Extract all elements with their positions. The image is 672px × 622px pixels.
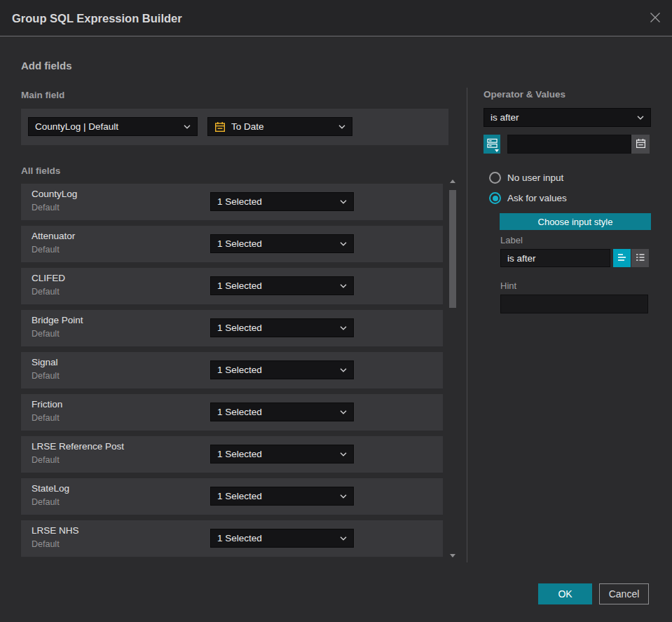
unique-values-button[interactable]: [484, 135, 500, 154]
align-left-style-toggle[interactable]: [613, 249, 631, 267]
field-type: Default: [32, 497, 60, 507]
field-name: LRSE NHS: [32, 525, 79, 536]
main-field-panel: CountyLog | Default To Date: [21, 109, 448, 145]
field-selection-dropdown[interactable]: 1 Selected: [210, 276, 354, 295]
cancel-button[interactable]: Cancel: [599, 583, 649, 604]
field-type-select-value: To Date: [231, 121, 334, 132]
calendar-icon: [214, 121, 226, 133]
value-input[interactable]: [507, 135, 631, 154]
label-field-label: Label: [500, 235, 523, 245]
chevron-down-icon: [340, 452, 347, 457]
chevron-down-icon: [637, 116, 644, 120]
main-field-label: Main field: [21, 90, 64, 100]
scroll-up-icon[interactable]: [450, 180, 455, 183]
list-style-toggle[interactable]: [631, 249, 649, 267]
unique-values-icon: [487, 138, 498, 151]
field-name: StateLog: [32, 483, 69, 494]
chevron-down-icon: [338, 125, 345, 129]
field-row: LRSE NHS Default 1 Selected: [21, 520, 443, 557]
field-type: Default: [32, 413, 60, 423]
chevron-down-icon: [184, 125, 191, 129]
field-selection-dropdown[interactable]: 1 Selected: [210, 318, 354, 337]
field-selection-value: 1 Selected: [217, 449, 336, 459]
choose-input-style-button[interactable]: Choose input style: [500, 213, 651, 230]
radio-ask-for-values[interactable]: Ask for values: [489, 192, 567, 204]
field-selection-dropdown[interactable]: 1 Selected: [210, 360, 354, 379]
field-name: Bridge Point: [32, 315, 83, 325]
chevron-down-icon: [340, 368, 347, 372]
operator-select-value: is after: [491, 112, 633, 123]
group-sql-expression-builder-dialog: Group SQL Expression Builder Add fields …: [0, 0, 672, 622]
field-type: Default: [32, 455, 60, 465]
field-type: Default: [32, 245, 60, 255]
field-type: Default: [32, 539, 60, 549]
fields-list: CountyLog Default 1 Selected Attenuator …: [21, 184, 443, 562]
field-type: Default: [32, 287, 60, 297]
radio-selected-icon: [489, 192, 501, 204]
field-type-select[interactable]: To Date: [207, 117, 352, 136]
field-selection-dropdown[interactable]: 1 Selected: [210, 529, 354, 548]
chevron-down-icon: [340, 284, 347, 288]
chevron-down-icon: [340, 536, 347, 541]
field-type: Default: [32, 203, 60, 212]
chevron-down-icon: [340, 410, 347, 414]
field-selection-value: 1 Selected: [217, 238, 336, 249]
radio-label: No user input: [507, 173, 563, 183]
field-selection-dropdown[interactable]: 1 Selected: [210, 487, 354, 506]
field-row: Friction Default 1 Selected: [21, 394, 443, 431]
field-selection-dropdown[interactable]: 1 Selected: [210, 234, 354, 253]
hint-field-label: Hint: [500, 280, 516, 291]
field-name: Attenuator: [32, 231, 75, 241]
field-selection-dropdown[interactable]: 1 Selected: [210, 445, 354, 464]
chevron-down-icon: [340, 494, 347, 499]
field-selection-value: 1 Selected: [217, 196, 336, 207]
close-button[interactable]: [648, 12, 661, 25]
calendar-icon: [636, 138, 646, 151]
chevron-down-icon: [340, 242, 347, 246]
radio-unselected-icon: [489, 172, 501, 184]
field-name: Signal: [32, 357, 58, 367]
scroll-down-icon[interactable]: [450, 554, 455, 557]
label-input[interactable]: [500, 249, 610, 267]
ok-button[interactable]: OK: [538, 583, 592, 604]
radio-no-user-input[interactable]: No user input: [489, 172, 563, 184]
field-name: LRSE Reference Post: [32, 441, 124, 452]
dialog-header: Group SQL Expression Builder: [0, 0, 672, 36]
close-icon: [649, 11, 661, 26]
field-row: LRSE Reference Post Default 1 Selected: [21, 436, 443, 473]
dialog-title: Group SQL Expression Builder: [12, 0, 182, 36]
field-selection-value: 1 Selected: [217, 533, 336, 543]
field-selection-value: 1 Selected: [217, 407, 336, 417]
field-row: StateLog Default 1 Selected: [21, 478, 443, 515]
field-name: CLIFED: [32, 273, 65, 283]
field-name: CountyLog: [32, 189, 77, 199]
add-fields-heading: Add fields: [21, 60, 72, 72]
hint-input[interactable]: [500, 295, 648, 313]
chevron-down-icon: [340, 326, 347, 330]
field-type: Default: [32, 329, 60, 339]
bulleted-list-icon: [635, 252, 646, 265]
field-selection-value: 1 Selected: [217, 280, 336, 291]
field-row: CountyLog Default 1 Selected: [21, 184, 443, 220]
field-row: CLIFED Default 1 Selected: [21, 268, 443, 304]
field-selection-value: 1 Selected: [217, 323, 336, 333]
scrollbar-thumb[interactable]: [449, 190, 456, 308]
field-selection-value: 1 Selected: [217, 365, 336, 375]
operator-select[interactable]: is after: [484, 108, 651, 127]
date-picker-button[interactable]: [631, 135, 650, 154]
field-name: Friction: [32, 399, 62, 410]
panel-divider: [467, 88, 467, 562]
field-type: Default: [32, 371, 60, 381]
field-selection-dropdown[interactable]: 1 Selected: [210, 403, 354, 421]
field-row: Attenuator Default 1 Selected: [21, 226, 443, 262]
field-selection-dropdown[interactable]: 1 Selected: [210, 192, 354, 211]
field-row: Bridge Point Default 1 Selected: [21, 310, 443, 346]
chevron-down-icon: [340, 200, 347, 204]
field-selection-value: 1 Selected: [217, 491, 336, 501]
all-fields-label: All fields: [21, 165, 60, 176]
operator-values-heading: Operator & Values: [484, 89, 565, 100]
text-align-left-icon: [617, 252, 628, 265]
radio-label: Ask for values: [507, 193, 567, 203]
main-field-select-value: CountyLog | Default: [35, 121, 179, 132]
main-field-select[interactable]: CountyLog | Default: [28, 117, 198, 136]
